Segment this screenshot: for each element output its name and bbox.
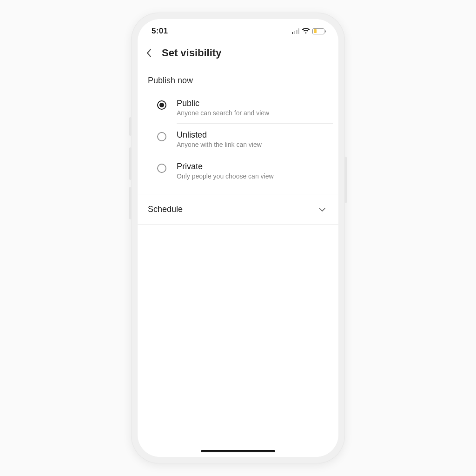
side-button xyxy=(129,117,132,136)
option-title: Unlisted xyxy=(177,130,328,140)
option-text: Public Anyone can search for and view xyxy=(177,99,328,117)
option-desc: Anyone can search for and view xyxy=(177,109,328,117)
option-title: Private xyxy=(177,162,328,172)
status-bar: 5:01 xyxy=(138,22,338,40)
battery-icon xyxy=(312,28,324,34)
phone-frame: 5:01 Set visibi xyxy=(131,13,345,463)
page-title: Set visibility xyxy=(162,47,221,59)
option-title: Public xyxy=(177,99,328,108)
cellular-signal-icon xyxy=(292,28,300,34)
chevron-left-icon xyxy=(146,48,152,58)
screen: 5:01 Set visibi xyxy=(138,19,338,457)
visibility-option-private[interactable]: Private Only people you choose can view xyxy=(138,155,338,186)
option-text: Unlisted Anyone with the link can view xyxy=(177,130,328,148)
publish-section-label: Publish now xyxy=(138,64,338,92)
schedule-row[interactable]: Schedule xyxy=(138,194,338,225)
option-text: Private Only people you choose can view xyxy=(177,162,328,180)
visibility-option-public[interactable]: Public Anyone can search for and view xyxy=(138,92,338,123)
volume-down-button xyxy=(129,187,132,219)
chevron-down-icon xyxy=(318,207,326,212)
option-desc: Only people you choose can view xyxy=(177,172,328,180)
header: Set visibility xyxy=(138,40,338,64)
home-indicator[interactable] xyxy=(201,450,275,452)
radio-public[interactable] xyxy=(157,100,166,110)
radio-unlisted[interactable] xyxy=(157,132,166,141)
status-icons xyxy=(292,28,325,34)
status-time: 5:01 xyxy=(152,26,168,36)
power-button xyxy=(344,157,347,203)
wifi-icon xyxy=(302,28,310,34)
back-button[interactable] xyxy=(146,47,155,59)
visibility-option-unlisted[interactable]: Unlisted Anyone with the link can view xyxy=(138,124,338,155)
radio-private[interactable] xyxy=(157,164,166,173)
schedule-label: Schedule xyxy=(148,205,183,214)
volume-up-button xyxy=(129,147,132,180)
option-desc: Anyone with the link can view xyxy=(177,141,328,148)
